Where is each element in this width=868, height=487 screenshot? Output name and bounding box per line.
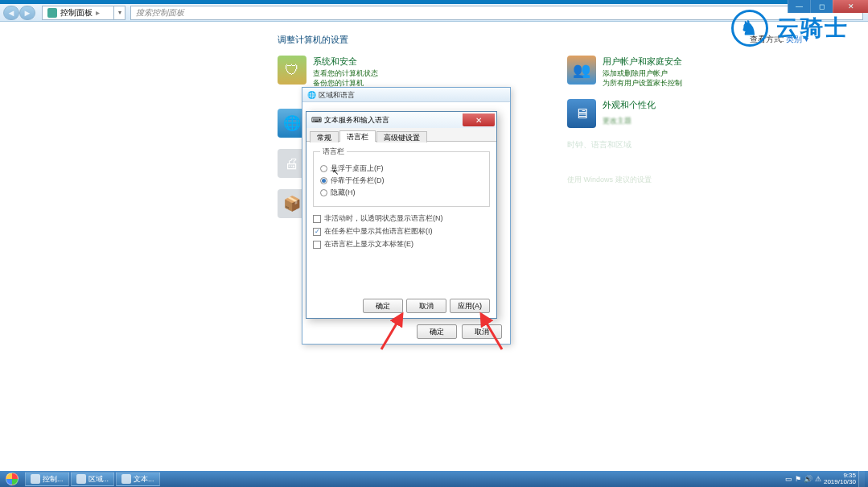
taskbar-item[interactable]: 控制... <box>25 472 69 486</box>
category-link[interactable]: 系统和安全 <box>313 56 378 68</box>
taskbar: 控制... 区域... 文本... ▭ ⚑ 🔊 ⚠ 9:352019/10/30 <box>0 471 868 487</box>
dialog-title: ⌨ 文本服务和输入语言 <box>311 115 389 126</box>
radio-hidden[interactable]: 隐藏(H) <box>320 188 483 198</box>
tab-general[interactable]: 常规 <box>310 131 339 142</box>
tray-volume-icon[interactable]: 🔊 <box>804 475 812 483</box>
checkbox-extra-icons[interactable]: ✓在任务栏中显示其他语言栏图标(I) <box>313 226 490 237</box>
task-link[interactable]: 查看您的计算机状态 <box>313 68 378 78</box>
radio-taskbar[interactable]: 停靠于任务栏(D) <box>320 175 483 186</box>
tab-language-bar[interactable]: 语言栏 <box>339 130 376 142</box>
ok-button[interactable]: 确定 <box>417 324 457 339</box>
task-link[interactable]: 为所有用户设置家长控制 <box>603 78 682 88</box>
minimize-button[interactable]: — <box>788 0 810 13</box>
address-bar: ◄ ► 控制面板▸ ▾ 搜索控制面板 <box>0 4 868 22</box>
text-services-dialog: ⌨ 文本服务和输入语言 ✕ 常规 语言栏 高级键设置 语言栏 悬浮于桌面上(F)… <box>306 111 497 319</box>
clock[interactable]: 9:352019/10/30 <box>824 473 856 485</box>
forward-button[interactable]: ► <box>19 6 35 20</box>
tab-advanced[interactable]: 高级键设置 <box>376 131 427 142</box>
checkbox-text-labels[interactable]: 在语言栏上显示文本标签(E) <box>313 239 490 250</box>
tray-lang-icon[interactable]: ▭ <box>785 475 792 483</box>
start-button[interactable] <box>0 471 24 487</box>
search-input[interactable]: 搜索控制面板 <box>130 6 863 20</box>
breadcrumb-dropdown[interactable]: ▾ <box>114 6 125 20</box>
tray-network-icon[interactable]: ⚠ <box>815 475 821 483</box>
dialog-title: 🌐 区域和语言 <box>302 88 510 102</box>
annotation-arrow <box>475 309 507 354</box>
show-desktop[interactable] <box>858 471 865 487</box>
page-title: 调整计算机的设置 <box>278 34 348 46</box>
category-link[interactable]: 外观和个性化 <box>603 99 656 111</box>
fieldset-label: 语言栏 <box>320 147 347 157</box>
svg-line-1 <box>481 314 502 349</box>
annotation-arrow <box>376 309 409 354</box>
checkbox-transparent[interactable]: 非活动时，以透明状态显示语言栏(N) <box>313 213 490 224</box>
taskbar-item[interactable]: 文本... <box>116 472 160 486</box>
cancel-button[interactable]: 取消 <box>406 299 446 313</box>
task-link[interactable]: 添加或删除用户帐户 <box>603 68 682 78</box>
taskbar-item[interactable]: 区域... <box>71 472 115 486</box>
users-icon: 👥 <box>567 56 596 85</box>
maximize-button[interactable]: ◻ <box>810 0 833 13</box>
tray-flag-icon[interactable]: ⚑ <box>795 475 801 483</box>
view-mode[interactable]: 查看方式: 类别 ▾ <box>750 34 808 46</box>
category-link[interactable]: 用户帐户和家庭安全 <box>603 56 682 68</box>
radio-float[interactable]: 悬浮于桌面上(F) <box>320 163 483 174</box>
appearance-icon: 🖥 <box>567 99 596 128</box>
back-button[interactable]: ◄ <box>3 6 19 20</box>
system-security-icon: 🛡 <box>278 56 306 85</box>
svg-line-0 <box>381 314 402 349</box>
breadcrumb[interactable]: 控制面板▸ <box>42 6 114 20</box>
close-button[interactable]: ✕ <box>833 0 868 13</box>
close-icon[interactable]: ✕ <box>463 113 495 126</box>
